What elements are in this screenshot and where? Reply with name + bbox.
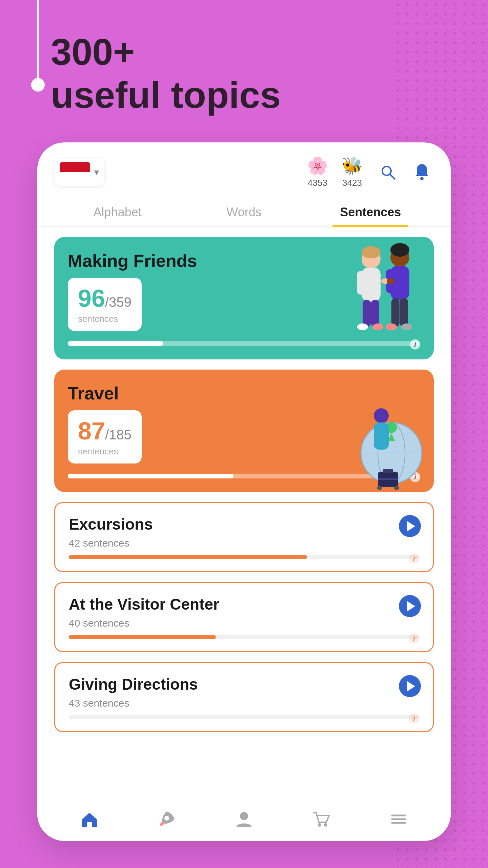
menu-icon [389, 810, 408, 828]
making-friends-info-icon[interactable]: i [410, 339, 420, 350]
app-header: ▾ 🌸 4353 🐝 3423 [37, 142, 451, 195]
excursions-bar-fill [69, 555, 307, 559]
visitor-center-info-icon[interactable]: i [409, 633, 419, 644]
hero-heading: 300+ useful topics [51, 31, 281, 116]
travel-label: sentences [78, 446, 131, 457]
card-giving-directions[interactable]: Giving Directions 43 sentences i [54, 662, 434, 732]
excursions-info-icon[interactable]: i [409, 553, 419, 564]
svg-line-1 [390, 174, 395, 179]
giving-directions-progress-bar: i [69, 715, 419, 719]
nav-cart[interactable] [312, 810, 330, 828]
giving-directions-title: Giving Directions [69, 675, 419, 693]
travel-current: 87 [78, 417, 105, 445]
chevron-down-icon: ▾ [94, 166, 99, 178]
words-count: 4353 [308, 178, 327, 188]
nav-tabs: Alphabet Words Sentences [37, 198, 451, 227]
play-icon [407, 681, 415, 692]
giving-directions-play-button[interactable] [399, 675, 421, 697]
svg-point-18 [386, 323, 397, 330]
profile-icon [235, 810, 253, 828]
svg-rect-7 [363, 300, 371, 327]
making-friends-current: 96 [78, 285, 105, 312]
phone-mockup: ▾ 🌸 4353 🐝 3423 [37, 142, 451, 841]
excursions-title: Excursions [69, 515, 419, 533]
svg-point-32 [377, 486, 382, 490]
giving-directions-subtitle: 43 sentences [69, 697, 419, 709]
hero-line2: useful topics [51, 74, 281, 117]
giving-directions-info-icon[interactable]: i [409, 713, 419, 724]
svg-point-37 [324, 823, 327, 827]
tab-sentences[interactable]: Sentences [307, 198, 434, 226]
flag-white-stripe [60, 172, 90, 182]
travel-total: /185 [105, 427, 131, 442]
svg-point-9 [357, 323, 368, 330]
svg-point-2 [420, 177, 424, 180]
svg-point-34 [164, 816, 169, 821]
sentences-count: 3423 [342, 178, 362, 188]
svg-point-20 [390, 243, 409, 257]
travel-illustration [341, 400, 429, 492]
svg-point-36 [318, 823, 321, 827]
making-friends-bar-fill [68, 341, 163, 346]
sentences-stat: 🐝 3423 [342, 156, 363, 188]
excursions-subtitle: 42 sentences [69, 537, 419, 549]
play-icon [407, 601, 415, 612]
words-stat: 🌸 4353 [307, 156, 328, 188]
tab-alphabet[interactable]: Alphabet [54, 198, 181, 226]
bottom-navigation [37, 797, 451, 841]
bee-icon: 🐝 [342, 156, 363, 176]
svg-point-27 [374, 408, 389, 423]
svg-rect-17 [400, 298, 408, 327]
visitor-center-subtitle: 40 sentences [69, 617, 419, 629]
header-icons [376, 160, 434, 184]
svg-point-19 [401, 323, 412, 330]
play-icon [407, 521, 415, 532]
search-button[interactable] [376, 160, 400, 184]
indonesia-flag [60, 162, 90, 182]
svg-rect-16 [391, 298, 400, 327]
nav-home[interactable] [80, 810, 99, 828]
svg-rect-28 [374, 422, 389, 450]
excursions-play-button[interactable] [399, 515, 421, 537]
friends-illustration [341, 240, 429, 332]
home-icon [80, 810, 99, 828]
bell-button[interactable] [410, 160, 434, 184]
svg-rect-6 [371, 271, 379, 295]
svg-point-22 [387, 278, 395, 284]
excursions-progress-bar: i [69, 555, 419, 559]
card-making-friends[interactable]: Making Friends 96/359 sentences i [54, 237, 434, 359]
nav-menu[interactable] [389, 810, 408, 828]
content-area: Making Friends 96/359 sentences i [37, 227, 451, 841]
line-decoration [37, 0, 39, 81]
making-friends-total: /359 [105, 295, 131, 310]
svg-point-10 [372, 323, 383, 330]
hero-line1: 300+ [51, 31, 281, 74]
visitor-center-title: At the Visitor Center [69, 595, 419, 613]
flower-icon: 🌸 [307, 156, 328, 176]
making-friends-progress-bar: i [68, 341, 420, 346]
travel-progress-box: 87/185 sentences [68, 410, 142, 463]
nav-profile[interactable] [235, 810, 253, 828]
svg-point-35 [240, 812, 248, 820]
visitor-center-play-button[interactable] [399, 595, 421, 617]
circle-decoration [31, 78, 45, 92]
card-excursions[interactable]: Excursions 42 sentences i [54, 502, 434, 572]
travel-bar-fill [68, 474, 233, 478]
svg-rect-8 [371, 300, 379, 327]
svg-rect-15 [400, 269, 408, 293]
making-friends-progress-box: 96/359 sentences [68, 278, 142, 331]
header-stats: 🌸 4353 🐝 3423 [307, 156, 363, 188]
svg-rect-5 [357, 271, 365, 295]
tab-words[interactable]: Words [181, 198, 307, 226]
making-friends-label: sentences [78, 314, 131, 324]
cart-icon [312, 810, 330, 828]
svg-point-11 [362, 246, 381, 258]
svg-rect-30 [383, 469, 393, 473]
language-selector[interactable]: ▾ [54, 159, 104, 186]
card-at-visitor-center[interactable]: At the Visitor Center 40 sentences i [54, 582, 434, 652]
nav-explore[interactable] [158, 810, 176, 828]
svg-point-33 [394, 486, 399, 490]
visitor-center-bar-fill [69, 635, 216, 639]
visitor-center-progress-bar: i [69, 635, 419, 639]
card-travel[interactable]: Travel 87/185 sentences i [54, 370, 434, 492]
